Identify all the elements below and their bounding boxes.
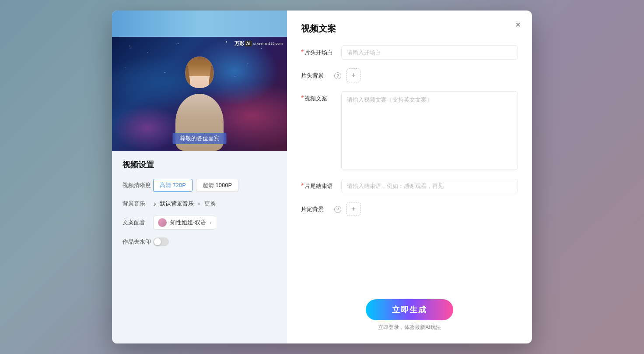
- voice-arrow-icon: ›: [210, 219, 211, 226]
- opening-label-row: * 片头开场白: [301, 45, 336, 57]
- footer-bg-label: 片尾背景: [301, 205, 332, 213]
- settings-section: 视频设置 视频清晰度 高清 720P 超清 1080P 背景音乐 ♪ 默认背景音…: [112, 151, 287, 263]
- ending-input[interactable]: [341, 179, 518, 193]
- watermark-toggle[interactable]: [153, 237, 169, 246]
- video-copy-label-row: * 视频文案: [301, 91, 336, 103]
- header-bg-help-icon[interactable]: ?: [334, 72, 341, 79]
- video-copy-label: 视频文案: [304, 95, 336, 103]
- header-bg-label: 片头背景: [301, 72, 332, 80]
- ending-label: 片尾结束语: [304, 182, 336, 190]
- modal: ×: [112, 11, 532, 343]
- star: [147, 52, 147, 53]
- star: [130, 46, 130, 46]
- watermark-toggle-content: [153, 237, 276, 246]
- music-content: ♪ 默认背景音乐 × 更换: [153, 200, 276, 208]
- watermark-row: 作品去水印: [122, 237, 276, 246]
- opening-group: * 片头开场白: [301, 45, 518, 60]
- voice-avatar: [158, 218, 167, 227]
- watermark: 万彩 AI ai.keehan365.com: [234, 40, 283, 47]
- video-preview-top: [112, 11, 287, 37]
- avatar-hair: [186, 57, 214, 76]
- voice-content: 知性姐姐-双语 ›: [153, 216, 276, 230]
- footer-bg-label-row: 片尾背景 ?: [301, 202, 341, 213]
- footer-bg-help-icon[interactable]: ?: [334, 206, 341, 213]
- avatar-head: [186, 57, 214, 88]
- watermark-brand: 万彩: [234, 40, 244, 47]
- star: [125, 67, 126, 68]
- generate-button[interactable]: 立即生成: [366, 299, 453, 320]
- header-bg-add-button[interactable]: +: [346, 68, 360, 82]
- watermark-site: ai.keehan365.com: [253, 42, 283, 46]
- star: [261, 48, 262, 49]
- settings-title: 视频设置: [122, 159, 276, 170]
- music-remove-button[interactable]: ×: [197, 201, 201, 207]
- star: [178, 43, 178, 44]
- video-copy-group: * 视频文案: [301, 91, 518, 170]
- opening-label: 片头开场白: [304, 49, 336, 57]
- quality-content: 高清 720P 超清 1080P: [153, 179, 276, 192]
- quality-1080p-button[interactable]: 超清 1080P: [196, 179, 238, 192]
- ending-label-row: * 片尾结束语: [301, 179, 336, 190]
- header-bg-group: 片头背景 ? +: [301, 68, 518, 82]
- music-change-button[interactable]: 更换: [204, 200, 216, 208]
- star: [234, 76, 235, 77]
- generate-note: 立即登录，体验最新AI玩法: [378, 324, 441, 331]
- music-row: 背景音乐 ♪ 默认背景音乐 × 更换: [122, 200, 276, 208]
- quality-720p-button[interactable]: 高清 720P: [153, 179, 192, 192]
- opening-input[interactable]: [341, 45, 518, 60]
- video-copy-textarea[interactable]: [341, 91, 518, 170]
- ending-group: * 片尾结束语: [301, 179, 518, 193]
- music-name: 默认背景音乐: [160, 200, 194, 208]
- right-panel: 视频文案 * 片头开场白 片头背景 ? + *: [287, 11, 532, 343]
- voice-label: 文案配音: [122, 219, 153, 227]
- watermark-label: 作品去水印: [122, 238, 153, 246]
- overlay: ×: [0, 0, 644, 354]
- opening-required-star: *: [301, 49, 304, 57]
- star: [226, 41, 227, 42]
- header-bg-label-row: 片头背景 ?: [301, 68, 341, 80]
- video-copy-required-star: *: [301, 95, 304, 103]
- generate-section: 立即生成 立即登录，体验最新AI玩法: [301, 294, 518, 331]
- video-main: 万彩 AI ai.keehan365.com: [112, 37, 287, 151]
- right-panel-title: 视频文案: [301, 23, 518, 35]
- ending-required-star: *: [301, 182, 304, 190]
- music-icon: ♪: [153, 200, 156, 207]
- left-panel: 万彩 AI ai.keehan365.com: [112, 11, 287, 343]
- voice-selector[interactable]: 知性姐姐-双语 ›: [153, 216, 216, 230]
- watermark-ai-badge: AI: [245, 41, 252, 46]
- star: [248, 63, 248, 64]
- footer-bg-group: 片尾背景 ? +: [301, 202, 518, 216]
- quality-row: 视频清晰度 高清 720P 超清 1080P: [122, 179, 276, 192]
- voice-row: 文案配音 知性姐姐-双语 ›: [122, 216, 276, 230]
- video-preview: 万彩 AI ai.keehan365.com: [112, 11, 287, 151]
- quality-label: 视频清晰度: [122, 181, 153, 189]
- voice-name: 知性姐姐-双语: [170, 219, 206, 227]
- music-label: 背景音乐: [122, 200, 153, 208]
- footer-bg-add-button[interactable]: +: [346, 202, 360, 216]
- close-button[interactable]: ×: [511, 18, 525, 32]
- subtitle-bar: 尊敬的各位嘉宾: [173, 133, 227, 144]
